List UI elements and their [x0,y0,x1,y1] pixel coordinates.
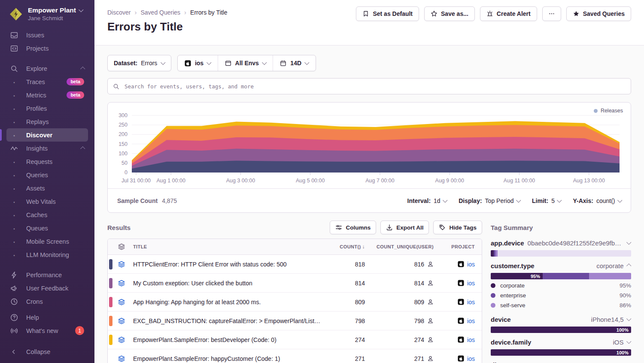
apple-icon [458,280,464,286]
search-input[interactable] [124,83,626,90]
performance-icon [10,271,18,279]
sidebar-item-user-feedback[interactable]: User Feedback [6,281,88,295]
facet-app-device: app.device0baebc0de4982f1255f2e9e9fb7… [491,239,631,257]
stack-icon[interactable] [118,336,125,344]
sidebar-item-performance[interactable]: Performance [6,268,88,281]
sidebar-group-explore[interactable]: Explore [6,62,88,75]
filter-row: Dataset: Errors iosAll Envs14D [107,55,631,71]
column-header-title[interactable]: TITLE [133,244,326,249]
project-link[interactable]: ios [467,299,475,306]
sidebar-item-queues[interactable]: Queues [6,221,88,235]
more-options-button[interactable] [542,6,561,21]
page-header: Discover›Saved Queries›Errors by Title E… [94,0,644,45]
columns-button[interactable]: Columns [330,221,376,234]
limit-select[interactable]: Limit:5 [532,197,561,204]
breadcrumb-discover[interactable]: Discover [107,9,131,16]
results-title: Results [107,224,131,231]
environment-filter[interactable]: All Envs [218,55,273,71]
dataset-filter[interactable]: Dataset: Errors [107,55,171,71]
chevron-down-icon [262,60,267,65]
facet-device-family: device.familyiOS100% [491,338,631,356]
column-header-count[interactable]: COUNT()↓ [326,244,365,250]
date-range-filter[interactable]: 14D [273,55,315,71]
facet-header[interactable]: app.device0baebc0de4982f1255f2e9e9fb7… [491,239,631,247]
legend-label[interactable]: Releases [601,108,623,114]
error-title: EmpowerPlant.SampleError: bestDeveloper … [133,336,326,343]
sidebar-item-profiles[interactable]: Profiles [6,102,88,115]
chevron-down-icon[interactable] [626,240,631,245]
svg-text:100: 100 [118,151,128,157]
org-switcher[interactable]: Empower Plant Jane Schmidt [0,0,94,27]
table-row[interactable]: App Hanging: App hanging for at least 20… [108,293,482,312]
create-alert-button[interactable]: Create Alert [480,6,537,21]
project-link[interactable]: ios [467,355,475,362]
help-icon [10,314,18,321]
stack-icon[interactable] [118,260,125,268]
chevron-down-icon [304,60,309,65]
project-link[interactable]: ios [467,261,475,268]
sidebar-item-traces[interactable]: Tracesbeta [6,75,88,88]
hide-tags-button[interactable]: Hide Tags [433,221,482,234]
sidebar-item-what-s-new[interactable]: What's new1 [6,324,88,337]
table-row[interactable]: EmpowerPlant.SampleError: bestDeveloper … [108,330,482,349]
chevron-down-icon[interactable] [626,316,631,321]
project-filter[interactable]: ios [178,55,218,71]
interval-select[interactable]: Interval:1d [407,197,447,204]
saved-queries-button[interactable]: Saved Queries [566,6,631,21]
project-link[interactable]: ios [467,280,475,287]
project-link[interactable]: ios [467,336,475,343]
sidebar-collapse-button[interactable]: Collapse [6,343,88,360]
person-icon [427,261,434,267]
sidebar-item-discover[interactable]: Discover [6,128,88,142]
sidebar-item-queries[interactable]: Queries [6,168,88,182]
stack-icon[interactable] [118,279,125,287]
facet-header[interactable]: device.familyiOS [491,338,631,346]
facet-value-pct: 95% [620,282,631,289]
bullet-icon [10,132,18,139]
sidebar-item-label: Queues [26,225,48,232]
stack-icon[interactable] [118,298,125,306]
column-header-count-unique[interactable]: COUNT_UNIQUE(USER) [365,244,434,249]
series-color-chip [109,259,112,269]
sidebar-item-crons[interactable]: Crons [6,295,88,308]
sidebar-item-replays[interactable]: Replays [6,115,88,128]
table-row[interactable]: EXC_BAD_INSTRUCTION: captureFatalError: … [108,312,482,330]
series-color-chip [109,335,112,345]
sidebar-item-projects[interactable]: Projects [6,42,88,55]
sidebar-item-llm-monitoring[interactable]: LLM Monitoring [6,248,88,261]
facet-header[interactable]: customer.typecorporate [491,261,631,270]
set-as-default-button[interactable]: Set as Default [356,6,419,21]
display-select[interactable]: Display:Top Period [459,197,520,204]
sidebar-item-assets[interactable]: Assets [6,182,88,195]
facet-bar [491,250,631,257]
stack-icon[interactable] [118,317,125,325]
column-header-project[interactable]: PROJECT [434,244,482,249]
sidebar-group-insights[interactable]: Insights [6,142,88,155]
sidebar-item-mobile-screens[interactable]: Mobile Screens [6,235,88,248]
sidebar-item-help[interactable]: Help [6,311,88,324]
sidebar-item-metrics[interactable]: Metricsbeta [6,88,88,102]
sidebar-item-web-vitals[interactable]: Web Vitals [6,195,88,208]
stack-icon[interactable] [118,355,125,363]
breadcrumb-saved-queries[interactable]: Saved Queries [140,9,180,16]
facet-header[interactable]: deviceiPhone14,5 [491,315,631,324]
sidebar-item-caches[interactable]: Caches [6,208,88,221]
chevron-down-icon[interactable] [626,339,631,344]
svg-text:Aug 13 00:00: Aug 13 00:00 [573,178,605,184]
bookmark-icon [362,10,369,17]
facet-header[interactable]: dist1 [491,360,631,363]
sidebar-item-issues[interactable]: Issues [6,28,88,42]
bullet-icon [10,212,18,218]
facet-value-label: self-serve [500,302,526,309]
sidebar-item-requests[interactable]: Requests [6,155,88,168]
chevron-up-icon[interactable] [626,264,631,269]
count-unique-value: 798 [365,318,434,324]
table-row[interactable]: HTTPClientError: HTTP Client Error with … [108,255,482,274]
facet-device: deviceiPhone14,5100% [491,315,631,333]
project-link[interactable]: ios [467,318,475,324]
table-row[interactable]: My Custom exeption: User clicked the but… [108,274,482,293]
y-axis-select[interactable]: Y-Axis:count() [573,197,621,204]
save-as-button[interactable]: Save as... [424,6,475,21]
export-all-button[interactable]: Export All [380,221,429,234]
table-row[interactable]: EmpowerPlant.SampleError: happyCustomer … [108,349,482,363]
